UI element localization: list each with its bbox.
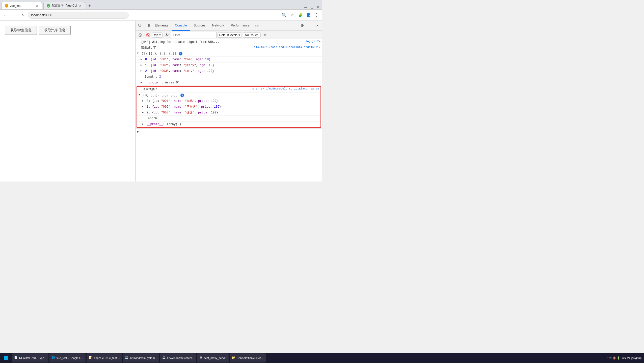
refresh-button[interactable]: ↻ [19,12,26,19]
log-icon-3 [139,87,143,88]
log-text-3: 请求成功了 [143,87,250,92]
tab-favicon-2: V [47,4,50,8]
car-item2-content: 2: {id: "003", name: "捷达", price: 120} [147,110,319,115]
console-log-success-1: 请求成功了 cjs.js?!./node_modul…=script&lang=… [136,45,322,51]
svg-rect-0 [138,24,141,26]
array1-item-2: ▶ 2: {id: "003", name: "tony", age: 120} [136,68,322,74]
maximize-button[interactable]: □ [310,5,314,9]
dt-toolbar-right: ⚙ ⋮ × [299,22,321,29]
svg-rect-3 [146,24,148,27]
array2-item-2: ▶ 2: {id: "003", name: "捷达", price: 120} [137,110,320,116]
car-item2-expand-icon[interactable]: ▶ [142,110,146,114]
car-item0-expand-icon[interactable]: ▶ [142,99,146,102]
tab-title-2: 配置参考 | Vue CLI [52,4,77,8]
console-output[interactable]: [HMR] Waiting for update signal from WDS… [136,39,322,182]
minimize-button[interactable]: ─ [304,5,308,9]
context-label: top [154,33,158,37]
tab-vue-test[interactable]: vue_test × [2,2,42,9]
svg-rect-4 [148,24,149,26]
array2-item-1: ▶ 1: {id: "002", name: "马自达", price: 109… [137,104,320,110]
tab-network[interactable]: Network [209,21,227,31]
tab-close-1[interactable]: × [36,3,39,8]
forward-button[interactable]: → [11,12,18,19]
array2-length: length: 3 [137,116,320,122]
more-tabs-icon[interactable]: >> [253,22,260,29]
array1-item-0: ▶ 0: {id: "001", name: "tom", age: 18} [136,57,322,63]
browser-window: vue_test × V 配置参考 | Vue CLI × + ─ □ × ← … [0,0,322,182]
menu-icon[interactable]: ⋮ [313,12,320,19]
tab-bar: vue_test × V 配置参考 | Vue CLI × + ─ □ × [0,0,322,10]
devtools-panel: Elements Console Sources Network Perform… [135,21,322,182]
log-text-2: 请求成功了 [141,46,252,50]
svg-point-5 [147,26,147,27]
item0-content: 0: {id: "001", name: "tom", age: 18} [145,57,320,62]
array1-proto: ▶ __proto__: Array(0) [136,80,322,86]
array2-header: ▼ (3) [{…}, {…}, {…}] i [137,93,320,98]
console-eye-button[interactable]: 👁 [164,32,170,38]
address-bar: ← → ↻ localhost:8080 🔍 ☆ 🧩 👤 ⋮ [0,10,322,21]
get-student-button[interactable]: 获取学生信息 [5,26,37,35]
tab-title-1: vue_test [10,4,34,8]
console-prompt: ▶ [137,130,139,134]
tab-close-2[interactable]: × [79,3,82,8]
array1-expand-icon[interactable]: ▼ [137,51,141,55]
array2-expand-icon[interactable]: ▼ [139,93,143,96]
item2-expand-icon[interactable]: ▶ [141,69,145,72]
highlighted-console-block: 请求成功了 cjs.js?!./node_modul…=script&lang=… [137,86,321,128]
page-buttons: 获取学生信息 获取汽车信息 [5,26,130,35]
console-filter-input[interactable] [171,32,217,38]
search-icon[interactable]: 🔍 [281,12,288,19]
page-area: 获取学生信息 获取汽车信息 [0,21,135,182]
console-clear-button[interactable] [137,32,144,38]
log-source-1[interactable]: log.js:24 [304,40,320,43]
tab-console[interactable]: Console [172,21,190,31]
tab-vue-cli[interactable]: V 配置参考 | Vue CLI × [43,2,85,9]
console-stop-icon[interactable]: 🚫 [145,32,151,38]
item0-expand-icon[interactable]: ▶ [141,57,145,61]
url-bar[interactable]: localhost:8080 [28,12,129,19]
get-car-button[interactable]: 获取汽车信息 [39,26,71,35]
tab-sources[interactable]: Sources [191,21,209,31]
array1-label: (3) [{…}, {…}, {…}] i [142,51,320,56]
bookmark-icon[interactable]: ☆ [289,12,296,19]
extensions-icon[interactable]: 🧩 [297,12,304,19]
devtools-close-icon[interactable]: × [314,22,321,29]
context-chevron: ▾ [159,33,161,37]
array2-info-icon: i [180,94,184,97]
log-icon-2 [137,46,141,46]
inspect-element-icon[interactable] [137,22,144,29]
address-icons: 🔍 ☆ 🧩 👤 ⋮ [281,12,320,19]
proto1-expand-icon[interactable]: ▶ [141,80,145,84]
array1-header: ▼ (3) [{…}, {…}, {…}] i [136,51,322,57]
tab-elements[interactable]: Elements [152,21,171,31]
console-input-line[interactable]: ▶ [136,128,322,135]
tab-performance[interactable]: Performance [228,21,252,31]
item1-content: 1: {id: "002", name: "jerry", age: 19} [145,63,320,68]
proto2-expand-icon[interactable]: ▶ [142,122,146,126]
array2-item-0: ▶ 0: {id: "001", name: "奔驰", price: 199} [137,98,320,104]
console-context-selector[interactable]: top ▾ [152,33,163,38]
new-tab-button[interactable]: + [86,2,93,9]
log-icon [137,40,141,40]
array1-length: length: 3 [136,74,322,80]
no-issues-badge[interactable]: No Issues [243,33,261,38]
main-content: 获取学生信息 获取汽车信息 [0,21,322,182]
devtools-more-icon[interactable]: ⋮ [306,22,313,29]
log-source-2[interactable]: cjs.js?!./node_modul…=script&lang=js&:17 [252,46,320,49]
item1-expand-icon[interactable]: ▶ [141,63,145,67]
profile-icon[interactable]: 👤 [305,12,312,19]
back-button[interactable]: ← [2,12,9,19]
log-source-3[interactable]: cjs.js?!./node_modul…=script&lang=js&:24 [250,87,319,90]
console-log-hmr: [HMR] Waiting for update signal from WDS… [136,39,322,45]
device-toggle-icon[interactable] [144,22,151,29]
proto2-content: __proto__: Array(0) [147,122,319,127]
devtools-settings-icon[interactable]: ⚙ [299,22,306,29]
tab-favicon-1 [5,4,8,8]
car-item1-expand-icon[interactable]: ▶ [142,105,146,108]
url-text: localhost:8080 [31,13,52,17]
close-button[interactable]: × [316,5,320,9]
array1-info-icon: i [179,52,182,55]
default-levels-selector[interactable]: Default levels ▾ [218,33,242,38]
devtools-toolbar: Elements Console Sources Network Perform… [136,21,322,31]
console-settings-button[interactable]: ⚙ [262,32,268,38]
